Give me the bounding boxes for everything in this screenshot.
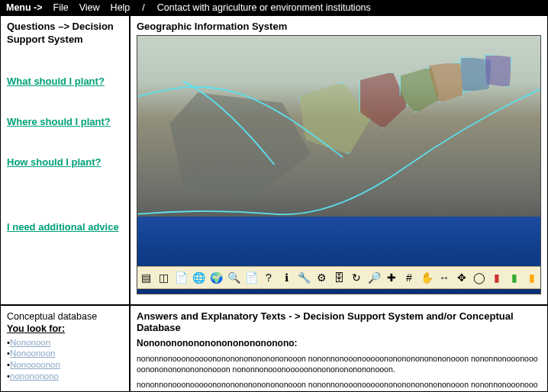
menu-label: Menu -> <box>6 0 43 15</box>
question-link-how[interactable]: How should I plant? <box>7 156 123 168</box>
db-link[interactable]: Nonoooonon <box>10 360 60 369</box>
col1-icon[interactable]: ▮ <box>489 269 504 286</box>
col2-icon[interactable]: ▮ <box>507 269 522 286</box>
question-link-where[interactable]: Where should I plant? <box>7 116 123 127</box>
main-grid: Questions –> Decision Support System Wha… <box>0 15 548 392</box>
db-link[interactable]: Nonoonoon <box>10 349 55 358</box>
wrench-icon[interactable]: 🔧 <box>296 269 311 286</box>
hand-icon[interactable]: ✋ <box>419 269 434 286</box>
pointer-icon[interactable]: ↔ <box>437 269 452 286</box>
info-icon[interactable]: ℹ <box>279 269 294 286</box>
terrain-region <box>169 92 311 195</box>
sidebar-title: Questions –> Decision Support System <box>7 21 123 47</box>
menu-item-view[interactable]: View <box>79 0 100 15</box>
db-icon[interactable]: 🗄 <box>331 269 347 286</box>
question-link-what[interactable]: What should I plant? <box>7 76 123 87</box>
db-heading-text: Conceptual database <box>7 311 97 322</box>
db-link[interactable]: nonononono <box>10 371 59 381</box>
grid-icon[interactable]: # <box>401 269 417 286</box>
answers-subhead: Nononononononononononononono: <box>137 338 541 349</box>
search-icon[interactable]: 🔍 <box>226 269 241 286</box>
gis-panel: Geographic Information System ▦ ▤ ◫ 📄 🌐 … <box>130 15 548 305</box>
globe2-icon[interactable]: 🌍 <box>208 269 224 286</box>
answers-para-2: nononnonooonooooonononononononononooon n… <box>137 379 541 392</box>
gear-icon[interactable]: ⚙ <box>314 269 329 286</box>
pan-icon[interactable]: ✥ <box>454 269 469 286</box>
terrain-region <box>484 54 512 88</box>
gis-title: Geographic Information System <box>137 21 541 32</box>
zoom-icon[interactable]: 🔎 <box>366 269 382 286</box>
db-heading: Conceptual database You look for: <box>7 310 123 336</box>
help-icon[interactable]: ? <box>261 269 276 286</box>
question-link-advice[interactable]: I need additional advice <box>7 221 123 234</box>
col3-icon[interactable]: ▮ <box>524 269 540 286</box>
lasso-icon[interactable]: ◯ <box>472 269 487 286</box>
db-link[interactable]: Nononoon <box>10 338 50 347</box>
menubar: Menu -> File View Help / Contact with ag… <box>0 0 548 15</box>
gis-toolbar: ▦ ▤ ◫ 📄 🌐 🌍 🔍 📄 ? ℹ 🔧 ⚙ 🗄 ↻ 🔎 ✚ # ✋ ↔ ✥ <box>137 266 541 289</box>
globe-icon[interactable]: 🌐 <box>191 269 206 286</box>
answers-panel: Answers and Explanatory Texts - > Decisi… <box>130 305 548 392</box>
chart-icon[interactable]: ◫ <box>156 269 171 286</box>
answers-title: Answers and Explanatory Texts - > Decisi… <box>137 310 541 333</box>
refresh-icon[interactable]: ↻ <box>349 269 364 286</box>
page-icon[interactable]: 📄 <box>243 269 259 286</box>
menu-item-contact[interactable]: Contact with agriculture or environment … <box>157 0 371 15</box>
menu-item-help[interactable]: Help <box>111 0 131 15</box>
db-link-list: •Nononoon •Nonoonoon •Nonoooonon •nonono… <box>7 337 123 383</box>
sidebar-questions: Questions –> Decision Support System Wha… <box>0 15 130 305</box>
menu-separator: / <box>142 0 144 15</box>
layer2-icon[interactable]: ▤ <box>138 269 153 286</box>
doc-icon[interactable]: 📄 <box>173 269 189 286</box>
answers-para-1: nononnonooonooooonononononononononooon n… <box>137 353 541 374</box>
menu-item-file[interactable]: File <box>53 0 69 15</box>
gis-map-viewport[interactable]: ▦ ▤ ◫ 📄 🌐 🌍 🔍 📄 ? ℹ 🔧 ⚙ 🗄 ↻ 🔎 ✚ # ✋ ↔ ✥ <box>137 35 541 294</box>
db-subheading: You look for: <box>7 323 65 334</box>
conceptual-db-panel: Conceptual database You look for: •Nonon… <box>0 305 130 392</box>
cross-icon[interactable]: ✚ <box>384 269 399 286</box>
